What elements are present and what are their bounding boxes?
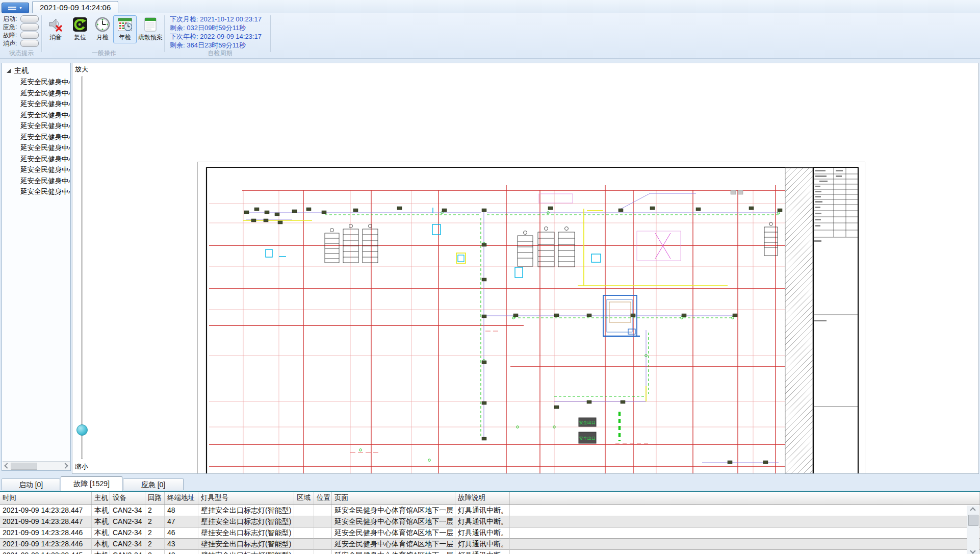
column-header[interactable]: 终端地址: [165, 492, 198, 505]
monthly-check-label: 月检: [96, 33, 109, 42]
scroll-down-button[interactable]: [967, 546, 978, 554]
column-header[interactable]: 页面: [332, 492, 455, 505]
table-cell: 2: [145, 516, 165, 527]
table-cell: 延安全民健身中心体育馆A区地下一层: [332, 527, 455, 539]
scroll-up-button[interactable]: [967, 506, 978, 514]
sidebar-item-page[interactable]: 延安全民健身中心体育馆A区地下一层: [2, 110, 70, 121]
table-cell: [510, 505, 980, 516]
window-tab-clock[interactable]: 2021-09-09 14:24:06: [32, 1, 118, 13]
table-cell: [294, 550, 314, 554]
table-cell: 壁挂安全出口标志灯(智能型): [198, 505, 294, 516]
next-monthly-check-text: 下次月检: 2021-10-12 00:23:17: [170, 15, 262, 24]
sidebar-item-page[interactable]: 延安全民健身中心体育馆A区地下一层: [2, 175, 70, 187]
column-header[interactable]: 灯具型号: [198, 492, 294, 505]
table-cell: CAN2-34: [110, 505, 145, 516]
sidebar-item-label: 延安全民健身中心体育馆A区地下一层: [20, 154, 70, 165]
tab-emergency[interactable]: 应急 [0]: [123, 479, 184, 490]
zoom-slider-handle[interactable]: [76, 424, 88, 436]
table-body: 2021-09-09 14:23:28.447本机CAN2-34248壁挂安全出…: [0, 505, 980, 554]
column-header[interactable]: 故障说明: [455, 492, 510, 505]
reset-button-label: 复位: [74, 33, 86, 42]
table-cell: 2021-09-09 14:23:28.447: [0, 505, 92, 516]
zoom-out-label[interactable]: 缩小: [75, 462, 88, 471]
column-header[interactable]: [510, 492, 980, 505]
sidebar-item-host-root[interactable]: 主机: [2, 65, 70, 77]
app-menu-button[interactable]: ▼: [2, 3, 29, 13]
zoom-in-label[interactable]: 放大: [75, 65, 88, 74]
cad-floorplan-drawing[interactable]: 安全出口 安全出口: [197, 162, 865, 474]
table-row[interactable]: 2021-09-09 14:23:28.446本机CAN2-34243壁挂安全出…: [0, 539, 980, 550]
table-cell: 2021-09-09 14:23:28.446: [0, 527, 92, 539]
mute-button-label: 消音: [49, 33, 62, 42]
sidebar-item-label: 延安全民健身中心体育馆A区地下一层: [20, 120, 70, 132]
fault-table: 时间主机设备回路终端地址灯具型号区域位置页面故障说明 2021-09-09 14…: [0, 491, 980, 554]
table-row[interactable]: 2021-09-09 14:23:28.447本机CAN2-34247壁挂安全出…: [0, 516, 980, 527]
annual-check-button[interactable]: 年检: [113, 15, 137, 43]
table-cell: 2: [145, 505, 165, 516]
fault-indicator: [20, 32, 39, 39]
chevron-up-icon: [970, 507, 975, 513]
sidebar-item-page[interactable]: 延安全民健身中心体育馆A区地下一层: [2, 186, 70, 197]
evacuation-plan-button[interactable]: 疏散预案: [135, 15, 166, 43]
scroll-left-button[interactable]: [3, 462, 10, 470]
host-root-label: 主机: [14, 66, 29, 75]
table-cell: 46: [165, 527, 198, 539]
column-header[interactable]: 时间: [0, 492, 92, 505]
table-cell: 2021-09-09 14:23:28.446: [0, 539, 92, 550]
table-vertical-scrollbar[interactable]: [967, 506, 979, 554]
table-cell: [294, 516, 314, 527]
group-label-actions: 一般操作: [43, 49, 165, 58]
zoom-slider-track[interactable]: [81, 77, 83, 459]
sidebar-item-page[interactable]: 延安全民健身中心体育馆A区地下一层: [2, 142, 70, 154]
tab-fault[interactable]: 故障 [1529]: [61, 476, 122, 491]
sidebar-item-page[interactable]: 延安全民健身中心体育馆A区地下一层: [2, 88, 70, 99]
table-cell: 灯具通讯中断。: [455, 539, 510, 550]
table-row[interactable]: 2021-09-09 14:23:28.446本机CAN2-34246壁挂安全出…: [0, 527, 980, 539]
table-cell: 2: [145, 550, 165, 554]
annual-check-label: 年检: [119, 33, 131, 42]
sidebar-item-page[interactable]: 延安全民健身中心体育馆A区地下一层: [2, 132, 70, 143]
menu-lines-icon: [8, 7, 16, 8]
table-cell: 2: [145, 527, 165, 539]
tab-start[interactable]: 启动 [0]: [2, 479, 60, 490]
tree-expander-icon[interactable]: [7, 69, 11, 73]
table-cell: 本机: [92, 516, 110, 527]
sidebar-item-page[interactable]: 延安全民健身中心体育馆A区地下一层: [2, 77, 70, 88]
chevron-down-icon: ▼: [19, 6, 22, 10]
sidebar-item-label: 延安全民健身中心体育馆A区地下一层: [20, 98, 70, 110]
sidebar-item-page[interactable]: 延安全民健身中心体育馆A区地下一层: [2, 164, 70, 175]
mute-button[interactable]: 消音: [45, 15, 66, 43]
table-cell: [510, 550, 980, 554]
reset-button[interactable]: 复位: [69, 15, 91, 43]
ribbon-separator: [164, 15, 165, 52]
sidebar-horizontal-scrollbar[interactable]: [3, 461, 70, 470]
monthly-check-button[interactable]: 月检: [92, 15, 113, 43]
sidebar-item-page[interactable]: 延安全民健身中心体育馆A区地下一层: [2, 98, 70, 110]
scroll-right-button[interactable]: [62, 462, 70, 470]
sidebar-item-page[interactable]: 延安全民健身中心体育馆A区地下一层: [2, 120, 70, 132]
floorplan-viewport[interactable]: 放大 缩小: [72, 63, 979, 474]
sidebar-item-page[interactable]: 延安全民健身中心体育馆A区地下一层: [2, 154, 70, 165]
table-cell: 2021-09-09 14:23:28.445: [0, 550, 92, 554]
ribbon-separator: [270, 15, 271, 52]
table-cell: 壁挂安全出口标志灯(智能型): [198, 516, 294, 527]
table-cell: 延安全民健身中心体育馆A区地下一层: [332, 516, 455, 527]
column-header[interactable]: 回路: [145, 492, 165, 505]
table-row[interactable]: 2021-09-09 14:23:28.445本机CAN2-34242壁挂安全出…: [0, 550, 980, 554]
table-cell: [510, 539, 980, 550]
table-cell: 本机: [92, 539, 110, 550]
emergency-indicator: [20, 23, 39, 31]
scrollbar-thumb[interactable]: [11, 463, 37, 470]
sidebar-item-label: 延安全民健身中心体育馆A区地下一层: [20, 132, 70, 143]
evacuation-plan-label: 疏散预案: [138, 33, 163, 42]
column-header[interactable]: 设备: [110, 492, 145, 505]
column-header[interactable]: 主机: [92, 492, 110, 505]
scrollbar-thumb[interactable]: [968, 515, 978, 526]
column-header[interactable]: 位置: [314, 492, 332, 505]
column-header[interactable]: 区域: [294, 492, 314, 505]
title-bar: ▼ 2021-09-09 14:24:06: [0, 0, 980, 13]
table-row[interactable]: 2021-09-09 14:23:28.447本机CAN2-34248壁挂安全出…: [0, 505, 980, 516]
ribbon: 启动: 应急: 故障: 消声: 状态提示 消音 复位: [0, 13, 980, 59]
status-label-fault: 故障:: [3, 31, 17, 40]
table-cell: [294, 527, 314, 539]
